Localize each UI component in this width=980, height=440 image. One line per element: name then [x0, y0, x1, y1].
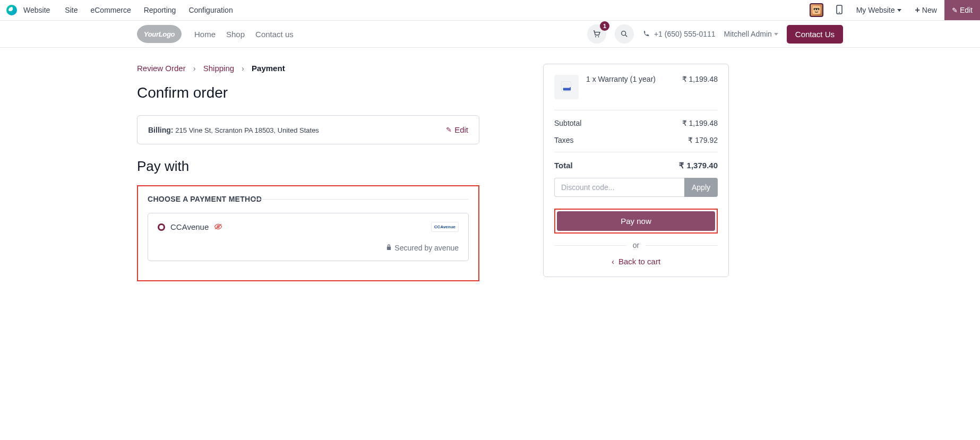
admin-menu-reporting[interactable]: Reporting — [144, 6, 176, 14]
item-qty-name: 1 x Warranty (1 year) — [586, 75, 656, 99]
website-switcher[interactable]: My Website — [850, 6, 908, 14]
lock-icon — [386, 244, 392, 251]
item-price: ₹ 1,199.48 — [682, 75, 718, 99]
plus-icon: + — [915, 5, 920, 15]
admin-top-bar: Website Site eCommerce Reporting Configu… — [0, 0, 980, 21]
order-summary-col: 1 x Warranty (1 year) ₹ 1,199.48 Subtota… — [543, 64, 729, 281]
payment-method-box: CCAvenue CCAvenue Secured by avenue — [148, 213, 469, 261]
new-button[interactable]: + New — [909, 5, 943, 15]
taxes-label: Taxes — [554, 136, 574, 144]
site-logo[interactable]: YourLogo — [137, 25, 182, 43]
admin-left: Website Site eCommerce Reporting Configu… — [6, 5, 233, 15]
secured-text: Secured by avenue — [394, 244, 459, 252]
subtotal-row: Subtotal ₹ 1,199.48 — [554, 110, 718, 132]
billing-address: 215 Vine St, Scranton PA 18503, United S… — [175, 126, 319, 134]
subtotal-label: Subtotal — [554, 119, 581, 127]
user-menu[interactable]: Mitchell Admin — [724, 30, 778, 38]
svg-point-8 — [622, 31, 626, 36]
discount-row: Apply — [554, 178, 718, 197]
pencil-icon: ✎ — [952, 6, 958, 14]
admin-menu: Site eCommerce Reporting Configuration — [65, 6, 233, 14]
page-title: Confirm order — [137, 84, 479, 101]
billing-label: Billing: — [148, 126, 173, 134]
pencil-icon: ✎ — [446, 126, 452, 134]
search-button[interactable] — [615, 24, 634, 44]
caret-down-icon — [774, 33, 778, 36]
admin-menu-configuration[interactable]: Configuration — [188, 6, 233, 14]
edit-button[interactable]: ✎ Edit — [944, 0, 980, 20]
svg-rect-1 — [813, 8, 819, 10]
admin-right: My Website + New ✎ Edit — [810, 0, 980, 20]
crumb-payment: Payment — [252, 64, 285, 73]
billing-box: Billing: 215 Vine St, Scranton PA 18503,… — [137, 115, 479, 144]
taxes-value: ₹ 179.92 — [688, 136, 718, 144]
nav-shop[interactable]: Shop — [226, 30, 245, 39]
payment-method-name: CCAvenue — [170, 222, 209, 231]
phone-icon — [642, 30, 650, 38]
pay-with-heading: Pay with — [137, 158, 479, 175]
discount-code-input[interactable] — [554, 178, 684, 197]
caret-down-icon — [897, 9, 901, 12]
crumb-shipping[interactable]: Shipping — [203, 64, 234, 73]
back-to-cart-link[interactable]: ‹ Back to cart — [554, 257, 718, 266]
site-links: Home Shop Contact us — [194, 30, 294, 39]
subtotal-value: ₹ 1,199.48 — [682, 119, 718, 127]
svg-point-2 — [814, 8, 815, 10]
radio-selected-icon[interactable] — [158, 223, 165, 231]
total-label: Total — [554, 161, 573, 170]
new-label: New — [922, 6, 937, 14]
edit-billing-link[interactable]: ✎ Edit — [446, 125, 468, 134]
main-container: Review Order › Shipping › Payment Confir… — [137, 48, 843, 303]
odoo-logo-icon — [6, 5, 17, 15]
phone-number: +1 (650) 555-0111 — [654, 30, 716, 38]
paynow-highlight: Pay now — [554, 209, 718, 234]
product-thumbnail — [554, 75, 579, 99]
payment-provider-logo: CCAvenue — [431, 222, 459, 232]
website-switcher-label: My Website — [856, 6, 895, 14]
taxes-row: Taxes ₹ 179.92 — [554, 132, 718, 149]
nav-contact[interactable]: Contact us — [255, 30, 294, 39]
site-nav-inner: YourLogo Home Shop Contact us 1 +1 (650)… — [137, 21, 843, 47]
breadcrumb: Review Order › Shipping › Payment — [137, 64, 479, 73]
site-nav-right: 1 +1 (650) 555-0111 Mitchell Admin Conta… — [587, 24, 843, 44]
user-name: Mitchell Admin — [724, 30, 772, 38]
nav-home[interactable]: Home — [194, 30, 216, 39]
site-nav: YourLogo Home Shop Contact us 1 +1 (650)… — [0, 21, 980, 48]
chevron-left-icon: ‹ — [612, 257, 614, 266]
checkout-left: Review Order › Shipping › Payment Confir… — [137, 64, 479, 281]
total-row: Total ₹ 1,379.40 — [554, 152, 718, 178]
apply-discount-button[interactable]: Apply — [684, 178, 718, 197]
or-divider: or — [554, 241, 718, 249]
user-avatar-icon[interactable] — [810, 3, 823, 17]
cart-badge: 1 — [600, 21, 609, 31]
eye-slash-icon — [214, 223, 222, 231]
app-name[interactable]: Website — [23, 6, 50, 14]
svg-rect-10 — [387, 247, 391, 250]
total-value: ₹ 1,379.40 — [679, 161, 718, 170]
crumb-review[interactable]: Review Order — [137, 64, 186, 73]
contact-us-button[interactable]: Contact Us — [787, 25, 843, 44]
payment-method-left: CCAvenue — [158, 222, 222, 231]
svg-point-6 — [595, 36, 596, 37]
cart-icon — [592, 30, 601, 38]
chevron-right-icon: › — [193, 64, 196, 73]
edit-label: Edit — [454, 125, 468, 134]
summary-item-text: 1 x Warranty (1 year) ₹ 1,199.48 — [586, 75, 718, 99]
payment-method-row[interactable]: CCAvenue CCAvenue — [158, 222, 459, 232]
svg-point-5 — [839, 12, 840, 13]
svg-rect-13 — [562, 83, 570, 88]
admin-menu-site[interactable]: Site — [65, 6, 78, 14]
back-label: Back to cart — [618, 257, 660, 266]
mobile-preview-icon[interactable] — [830, 5, 849, 16]
pay-now-button[interactable]: Pay now — [557, 211, 715, 231]
order-summary: 1 x Warranty (1 year) ₹ 1,199.48 Subtota… — [543, 64, 729, 277]
billing-info: Billing: 215 Vine St, Scranton PA 18503,… — [148, 126, 319, 134]
edit-label: Edit — [960, 6, 973, 14]
choose-payment-heading: CHOOSE A PAYMENT METHOD — [148, 195, 469, 203]
cart-button[interactable]: 1 — [587, 24, 606, 44]
svg-point-7 — [598, 36, 599, 37]
admin-menu-ecommerce[interactable]: eCommerce — [90, 6, 131, 14]
secured-row: Secured by avenue — [158, 244, 459, 252]
search-icon — [620, 30, 629, 38]
svg-point-3 — [817, 8, 818, 10]
